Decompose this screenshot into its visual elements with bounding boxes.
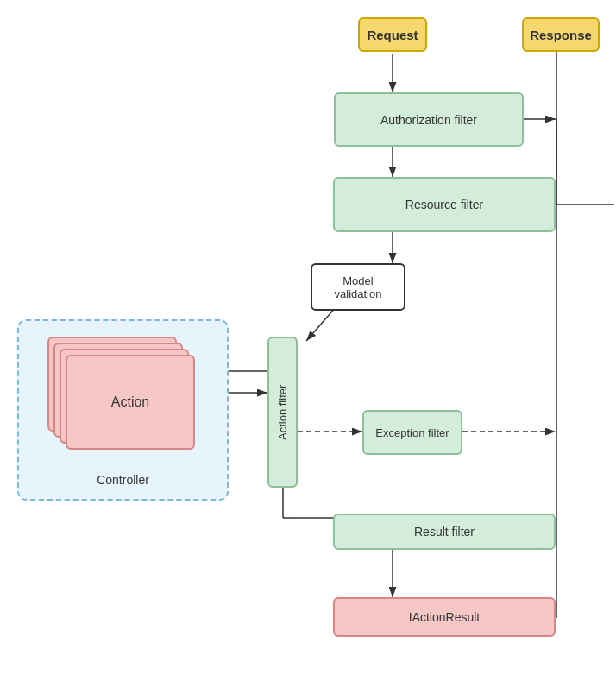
action-filter-label: Action filter xyxy=(276,384,289,439)
resource-filter-box: Resource filter xyxy=(333,177,556,232)
model-validation-box: Model validation xyxy=(311,263,405,311)
response-box: Response xyxy=(522,17,600,52)
action-box: Action xyxy=(66,355,195,450)
controller-text: Controller xyxy=(97,473,149,487)
auth-filter-label: Authorization filter xyxy=(380,113,477,127)
resource-filter-label: Resource filter xyxy=(405,198,483,211)
exception-filter-label: Exception filter xyxy=(375,426,449,439)
action-filter-box: Action filter xyxy=(267,337,298,488)
diagram-container: Request Response Authorization filter Re… xyxy=(0,0,616,687)
request-label: Request xyxy=(367,28,418,42)
iaction-result-box: IActionResult xyxy=(333,597,556,637)
svg-line-7 xyxy=(306,306,336,341)
action-label: Action xyxy=(111,394,149,410)
controller-label: Controller xyxy=(17,473,229,487)
request-box: Request xyxy=(358,17,427,52)
response-label: Response xyxy=(530,28,592,42)
exception-filter-box: Exception filter xyxy=(362,410,462,455)
iaction-result-label: IActionResult xyxy=(409,610,480,624)
result-filter-label: Result filter xyxy=(414,525,475,539)
auth-filter-box: Authorization filter xyxy=(334,92,524,147)
model-validation-label: Model validation xyxy=(335,274,382,300)
result-filter-box: Result filter xyxy=(333,514,556,550)
